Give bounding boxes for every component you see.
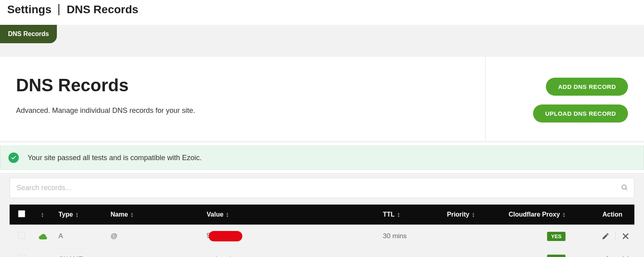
- search-box: [10, 178, 634, 198]
- proxy-status-icon: [34, 248, 54, 257]
- action-separator: [615, 232, 616, 241]
- tab-dns-records[interactable]: DNS Records: [0, 25, 57, 43]
- search-input[interactable]: [10, 178, 634, 198]
- table-row: CNAME www techoral.com YES: [10, 248, 634, 257]
- row-checkbox[interactable]: [18, 232, 25, 239]
- add-dns-record-button[interactable]: ADD DNS RECORD: [546, 78, 628, 96]
- svg-point-0: [622, 185, 626, 189]
- column-value[interactable]: Value▲▼: [202, 205, 378, 225]
- cell-proxy: YES: [490, 225, 570, 248]
- cell-ttl: 30 mins: [378, 225, 442, 248]
- breadcrumb: Settings DNS Records: [0, 0, 644, 25]
- column-ttl[interactable]: TTL▲▼: [378, 205, 442, 225]
- delete-button[interactable]: [622, 232, 630, 240]
- column-name[interactable]: Name▲▼: [106, 205, 202, 225]
- proxy-badge: YES: [547, 232, 566, 241]
- page-subtitle: Advanced. Manage individual DNS records …: [16, 106, 533, 115]
- cell-value: 5: [202, 225, 378, 248]
- svg-line-1: [626, 189, 627, 190]
- column-sort-status[interactable]: ▲▼: [34, 205, 54, 225]
- compatibility-alert: Your site passed all tests and is compat…: [0, 146, 644, 170]
- cell-ttl: [378, 248, 442, 257]
- cell-name: www: [106, 248, 202, 257]
- cell-proxy: YES: [490, 248, 570, 257]
- check-circle-icon: [8, 153, 19, 163]
- cell-type: CNAME: [54, 248, 106, 257]
- alert-text: Your site passed all tests and is compat…: [28, 154, 202, 162]
- upload-dns-record-button[interactable]: UPLOAD DNS RECORD: [533, 104, 628, 122]
- edit-button[interactable]: [602, 232, 610, 240]
- edit-button[interactable]: [602, 255, 610, 257]
- proxy-badge: YES: [547, 255, 566, 257]
- select-all-checkbox[interactable]: [18, 210, 25, 217]
- cell-name: @: [106, 225, 202, 248]
- breadcrumb-page: DNS Records: [59, 4, 138, 15]
- page-title: DNS Records: [16, 75, 533, 95]
- content-header: DNS Records Advanced. Manage individual …: [0, 57, 644, 143]
- table-row: A @ 5 30 mins YES: [10, 225, 634, 248]
- dns-records-table: ▲▼ Type▲▼ Name▲▼ Value▲▼ TTL▲▼ Priority▲…: [10, 205, 634, 257]
- breadcrumb-root[interactable]: Settings: [7, 4, 59, 15]
- delete-button[interactable]: [622, 255, 630, 257]
- column-priority[interactable]: Priority▲▼: [442, 205, 490, 225]
- column-cloudflare-proxy[interactable]: Cloudflare Proxy▲▼: [490, 205, 570, 225]
- action-separator: [615, 255, 616, 257]
- row-checkbox[interactable]: [18, 255, 25, 257]
- cell-priority: [442, 225, 490, 248]
- cell-type: A: [54, 225, 106, 248]
- column-action: Action: [570, 205, 634, 225]
- cell-value: techoral.com: [202, 248, 378, 257]
- column-type[interactable]: Type▲▼: [54, 205, 106, 225]
- search-icon[interactable]: [621, 184, 628, 193]
- redacted-value: [209, 231, 242, 241]
- proxy-status-icon: [34, 225, 54, 248]
- tab-strip: DNS Records: [0, 25, 644, 57]
- cell-priority: [442, 248, 490, 257]
